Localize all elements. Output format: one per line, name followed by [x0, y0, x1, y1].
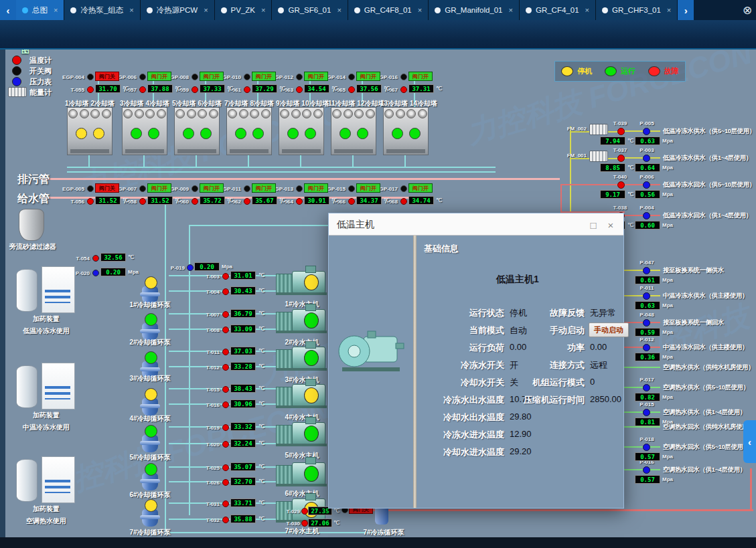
tab-close-icon[interactable]: × — [667, 6, 671, 14]
dosing-label-line2: 中温冷冻水使用 — [5, 423, 87, 432]
tab-2[interactable]: 冷热泵_组态× — [64, 0, 140, 20]
tab-6[interactable]: GR_C4F8_01× — [348, 0, 429, 20]
tab-close-icon[interactable]: × — [129, 6, 133, 14]
sensor-unit: ℃ — [128, 254, 134, 260]
tab-scroll-left-icon[interactable]: ‹ — [0, 0, 16, 20]
tab-close-icon[interactable]: × — [261, 6, 265, 14]
status-dot — [605, 66, 617, 76]
temp-value-box: 37.56 — [356, 84, 382, 93]
valve-state-box[interactable]: 阀门开 — [356, 183, 380, 193]
pump-status-dot — [145, 388, 157, 401]
tab-close-icon[interactable]: × — [337, 6, 341, 14]
cooling-tower-pair[interactable] — [226, 107, 272, 155]
cooling-tower-pair[interactable] — [279, 107, 324, 155]
chiller-machine[interactable] — [276, 306, 328, 333]
pressure-dot — [643, 128, 650, 135]
tab-7[interactable]: GR_Manifold_01× — [429, 0, 520, 20]
tab-close-icon[interactable]: × — [509, 6, 513, 14]
cooling-tower-pair[interactable] — [67, 107, 112, 155]
valve-state-box[interactable]: 阀门开 — [408, 183, 433, 193]
temp-id-label: T-012 — [197, 365, 220, 371]
temp-dot — [222, 364, 229, 371]
distribution-label: 空调热水供水（供纯水机房使用） — [663, 363, 755, 372]
sensor-id-label: P-019 — [165, 265, 185, 271]
tab-5[interactable]: GR_SF6_01× — [272, 0, 348, 20]
valve-state-box[interactable]: 阀门开 — [200, 72, 224, 81]
legend-label: 温度计 — [29, 56, 52, 66]
sand-filter-tank[interactable] — [19, 209, 44, 241]
valve-state-box[interactable]: 阀门开 — [304, 183, 328, 193]
tab-4[interactable]: PV_ZK× — [215, 0, 273, 20]
tab-3[interactable]: 冷热源PCW× — [141, 0, 215, 20]
tab-status-dot — [435, 7, 441, 13]
tab-1[interactable]: 总图× — [16, 0, 64, 20]
valve-state-box[interactable]: 阀门开 — [147, 72, 171, 81]
cooling-tower-pair[interactable] — [383, 107, 429, 155]
tab-close-icon[interactable]: × — [204, 6, 208, 14]
pressure-dot — [643, 409, 650, 416]
energy-meter-icon — [8, 87, 27, 97]
cooling-tower-pair[interactable] — [174, 107, 220, 155]
manual-start-button[interactable]: 手动启动 — [589, 323, 629, 337]
valve-state-box[interactable]: 阀门开 — [200, 183, 224, 193]
temp-dot — [222, 441, 229, 448]
temp-value-box: 8.85 — [600, 163, 625, 172]
temp-value-box: 33.09 — [230, 325, 256, 333]
dialog-title-bar[interactable]: 低温主机 □ × — [329, 213, 623, 236]
legend-1-dot — [12, 66, 21, 76]
valve-state-box[interactable]: 阀门开 — [304, 72, 328, 81]
status-legend-item: 运行 — [605, 66, 635, 76]
valve-state-box[interactable]: 阀门关 — [95, 72, 119, 81]
temp-value-box: 30.91 — [304, 196, 329, 205]
tab-9[interactable]: GR_CHF3_01× — [596, 0, 678, 20]
temp-value-box: 30.43 — [230, 286, 256, 295]
tower-base — [334, 149, 373, 153]
tower-pair-label: 1冷却塔 2冷却塔 — [64, 99, 115, 108]
chiller-machine[interactable] — [276, 460, 328, 486]
tab-status-dot — [354, 7, 360, 13]
pipe-segment — [623, 215, 660, 216]
tab-close-icon[interactable]: × — [585, 6, 589, 14]
chiller-machine[interactable] — [276, 420, 328, 446]
tab-close-icon[interactable]: × — [54, 6, 58, 14]
pipe-segment — [623, 469, 660, 470]
valve-state-box[interactable]: 阀门开 — [408, 72, 433, 81]
chiller-machine[interactable] — [276, 344, 328, 371]
cooling-tower-pair[interactable] — [122, 107, 167, 155]
tab-close-icon[interactable]: × — [418, 6, 422, 14]
fan-icon — [366, 109, 375, 118]
valve-state-box[interactable]: 阀门开 — [252, 183, 276, 193]
minimize-icon[interactable]: □ — [586, 217, 601, 232]
field-label: 手动启动 — [504, 325, 585, 337]
valve-switch-dot — [400, 185, 407, 192]
valve-switch-dot — [192, 185, 198, 192]
valve-state-box[interactable]: 阀门关 — [95, 183, 119, 193]
temp-id-label: T-039 — [607, 120, 633, 126]
fan-icon — [68, 109, 78, 118]
valve-state-box[interactable]: 阀门开 — [252, 72, 276, 81]
close-all-tabs-icon[interactable]: ⊗ — [739, 0, 756, 20]
close-icon[interactable]: × — [603, 217, 618, 232]
cooling-tower-pair[interactable] — [331, 107, 376, 155]
pipe-segment — [623, 270, 660, 271]
temp-id-label: T-025 — [197, 465, 220, 471]
pump-status-dot — [145, 313, 157, 326]
fan-icon — [313, 109, 323, 118]
pump-status-dot — [145, 499, 157, 512]
valve-state-box[interactable]: 阀门开 — [356, 72, 380, 81]
chiller-dome — [305, 341, 316, 349]
tab-scroll-right-icon[interactable]: › — [678, 0, 694, 20]
tab-status-dot — [70, 7, 76, 13]
valve-state-box[interactable]: 阀门开 — [147, 183, 171, 193]
legend-2-dot — [12, 77, 21, 86]
pressure-unit: Mpa — [662, 302, 673, 308]
temp-unit: ℃ — [258, 440, 264, 446]
fan-icon — [418, 109, 427, 118]
temp-value-box: 9.17 — [600, 190, 625, 199]
temp-dot — [617, 181, 625, 189]
chiller-machine[interactable] — [276, 381, 328, 408]
chiller-machine[interactable] — [276, 268, 328, 295]
panel-collapse-icon[interactable]: ‹ — [743, 420, 756, 463]
tab-8[interactable]: GR_CF4_01× — [520, 0, 596, 20]
valve-switch-dot — [244, 74, 250, 80]
